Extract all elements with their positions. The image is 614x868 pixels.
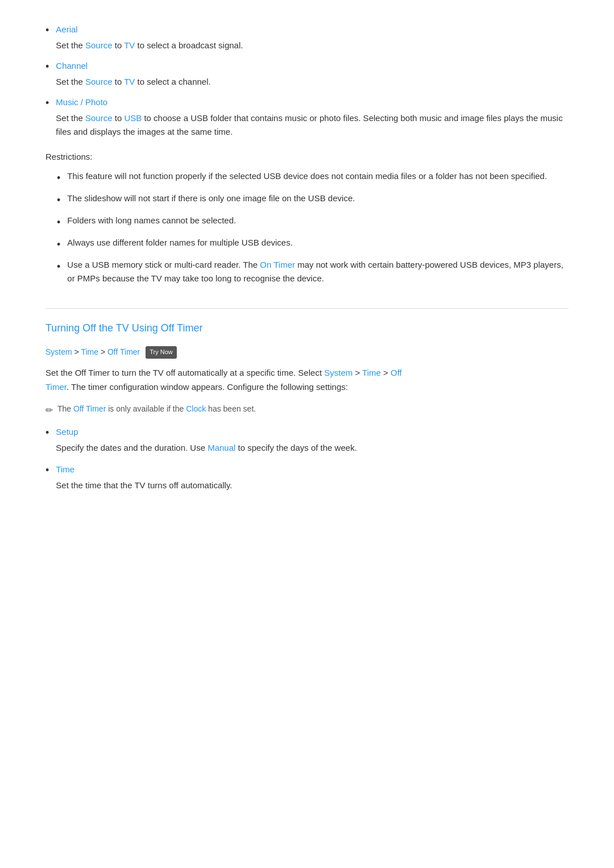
bullet-dot-aerial: • bbox=[45, 23, 49, 38]
intro-paragraph: Set the Off Timer to turn the TV off aut… bbox=[45, 366, 569, 394]
note-text: The Off Timer is only available if the C… bbox=[57, 402, 256, 415]
music-photo-content: Music / Photo Set the Source to USB to c… bbox=[56, 95, 569, 139]
aerial-description: Set the Source to TV to select a broadca… bbox=[56, 39, 569, 52]
music-usb-link[interactable]: USB bbox=[124, 113, 142, 123]
breadcrumb-system[interactable]: System bbox=[45, 347, 72, 356]
restrictions-list: • This feature will not function properl… bbox=[57, 169, 569, 285]
music-photo-item: • Music / Photo Set the Source to USB to… bbox=[45, 95, 569, 139]
aerial-source-link[interactable]: Source bbox=[85, 40, 113, 50]
channel-tv-link[interactable]: TV bbox=[124, 77, 135, 86]
breadcrumb-sep-1: > bbox=[74, 347, 81, 356]
breadcrumb: System > Time > Off Timer Try Now bbox=[45, 346, 569, 359]
restriction-bullet-4: • bbox=[57, 237, 60, 252]
aerial-content: Aerial Set the Source to TV to select a … bbox=[56, 23, 569, 52]
restriction-bullet-5: • bbox=[57, 259, 60, 275]
restriction-bullet-1: • bbox=[57, 171, 60, 186]
top-section: • Aerial Set the Source to TV to select … bbox=[45, 23, 569, 139]
channel-item: • Channel Set the Source to TV to select… bbox=[45, 59, 569, 89]
bullet-dot-setup: • bbox=[45, 425, 49, 441]
bullet-dot-channel: • bbox=[45, 59, 49, 74]
aerial-tv-link[interactable]: TV bbox=[124, 40, 135, 50]
restriction-text-3: Folders with long names cannot be select… bbox=[67, 214, 236, 227]
time-description: Set the time that the TV turns off autom… bbox=[56, 479, 569, 492]
note-clock-link[interactable]: Clock bbox=[186, 404, 206, 413]
try-now-badge[interactable]: Try Now bbox=[146, 346, 177, 359]
breadcrumb-sep-2: > bbox=[101, 347, 107, 356]
restriction-text-4: Always use different folder names for mu… bbox=[67, 236, 293, 250]
restriction-3: • Folders with long names cannot be sele… bbox=[57, 214, 569, 230]
setup-description: Specify the dates and the duration. Use … bbox=[56, 441, 569, 455]
restriction-4: • Always use different folder names for … bbox=[57, 236, 569, 252]
channel-content: Channel Set the Source to TV to select a… bbox=[56, 59, 569, 89]
restrictions-section: Restrictions: • This feature will not fu… bbox=[45, 150, 569, 285]
note-off-timer-link[interactable]: Off Timer bbox=[73, 404, 106, 413]
restriction-2: • The slideshow will not start if there … bbox=[57, 192, 569, 208]
restrictions-label: Restrictions: bbox=[45, 150, 569, 164]
restriction-bullet-2: • bbox=[57, 193, 60, 208]
sub-items: • Setup Specify the dates and the durati… bbox=[45, 425, 569, 492]
restriction-text-1: This feature will not function properly … bbox=[67, 169, 547, 183]
restriction-bullet-3: • bbox=[57, 215, 60, 230]
aerial-label[interactable]: Aerial bbox=[56, 23, 569, 36]
intro-system-link[interactable]: System bbox=[324, 368, 352, 377]
setup-label[interactable]: Setup bbox=[56, 425, 569, 439]
restriction-text-2: The slideshow will not start if there is… bbox=[67, 192, 355, 205]
off-timer-section: Turning Off the TV Using Off Timer Syste… bbox=[45, 320, 569, 492]
on-timer-link[interactable]: On Timer bbox=[260, 260, 295, 269]
time-content: Time Set the time that the TV turns off … bbox=[56, 463, 569, 492]
restriction-1: • This feature will not function properl… bbox=[57, 169, 569, 186]
restriction-5: • Use a USB memory stick or multi-card r… bbox=[57, 258, 569, 285]
bullet-dot-time: • bbox=[45, 463, 49, 478]
pencil-icon: ✏ bbox=[45, 403, 53, 418]
setup-item: • Setup Specify the dates and the durati… bbox=[45, 425, 569, 455]
section-divider bbox=[45, 308, 569, 309]
music-photo-label[interactable]: Music / Photo bbox=[56, 95, 569, 109]
aerial-item: • Aerial Set the Source to TV to select … bbox=[45, 23, 569, 52]
breadcrumb-off-timer[interactable]: Off Timer bbox=[107, 347, 140, 356]
setup-content: Setup Specify the dates and the duration… bbox=[56, 425, 569, 455]
breadcrumb-time[interactable]: Time bbox=[81, 347, 98, 356]
time-item: • Time Set the time that the TV turns of… bbox=[45, 463, 569, 492]
intro-time-link[interactable]: Time bbox=[362, 368, 381, 377]
channel-source-link[interactable]: Source bbox=[85, 77, 113, 86]
music-photo-description: Set the Source to USB to choose a USB fo… bbox=[56, 111, 569, 139]
channel-description: Set the Source to TV to select a channel… bbox=[56, 75, 569, 89]
music-source-link[interactable]: Source bbox=[85, 113, 113, 123]
manual-link[interactable]: Manual bbox=[208, 443, 235, 452]
section-title: Turning Off the TV Using Off Timer bbox=[45, 320, 569, 337]
note-row: ✏ The Off Timer is only available if the… bbox=[45, 402, 569, 418]
time-label[interactable]: Time bbox=[56, 463, 569, 476]
bullet-dot-musicphoto: • bbox=[45, 95, 49, 111]
channel-label[interactable]: Channel bbox=[56, 59, 569, 73]
restriction-text-5: Use a USB memory stick or multi-card rea… bbox=[67, 258, 569, 285]
